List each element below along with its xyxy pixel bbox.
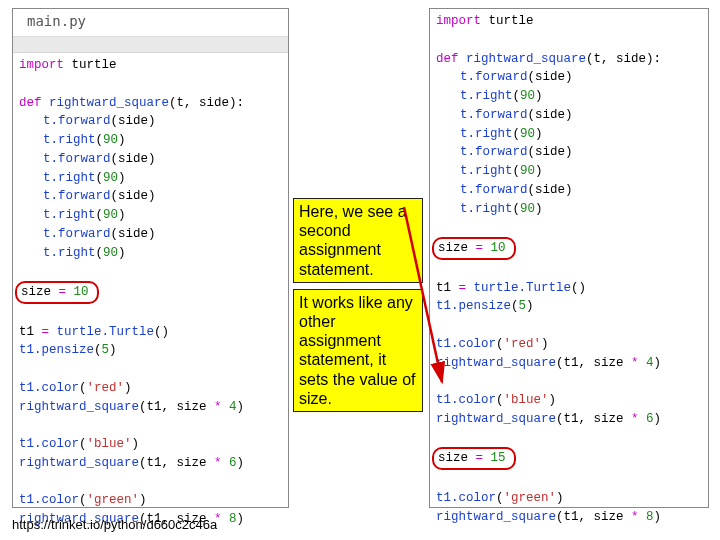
code-block-left: import turtle def rightward_square(t, si… <box>13 53 288 540</box>
editor-tab[interactable]: main.py <box>13 9 288 37</box>
editor-toolbar <box>13 37 288 53</box>
code-block-right: import turtle def rightward_square(t, si… <box>430 9 708 540</box>
size-assignment-highlight: size = 10 <box>15 281 99 304</box>
code-panel-left: main.py import turtle def rightward_squa… <box>12 8 289 508</box>
source-url: https://trinket.io/python/d660c2c46a <box>12 517 217 532</box>
svg-line-0 <box>404 207 442 382</box>
code-panel-right: import turtle def rightward_square(t, si… <box>429 8 709 508</box>
annotation-arrow <box>404 207 454 397</box>
size-assignment-highlight-right-2: size = 15 <box>432 447 516 470</box>
